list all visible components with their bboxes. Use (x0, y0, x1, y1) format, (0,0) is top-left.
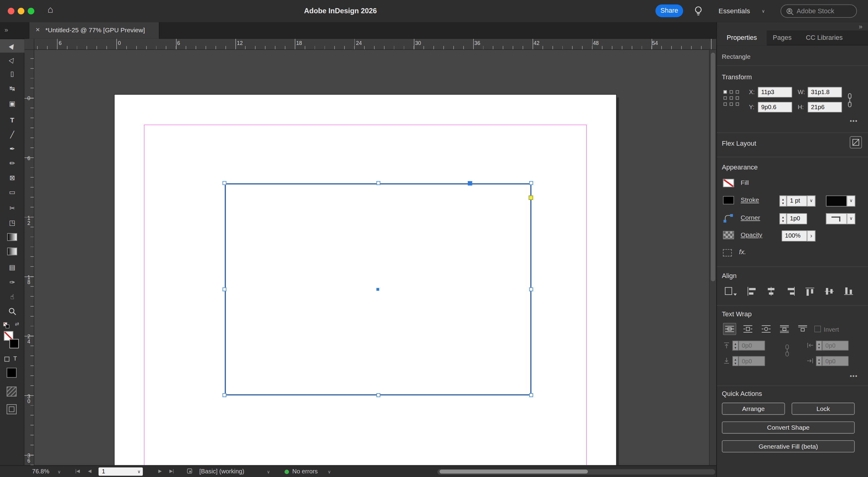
object-center-point[interactable] (376, 288, 379, 291)
selection-handle-middle-left[interactable] (222, 287, 226, 291)
free-transform-tool[interactable]: ◳ (0, 216, 24, 229)
preflight-icon[interactable] (187, 469, 192, 474)
corner-link[interactable]: Corner (741, 214, 761, 221)
vertical-ruler[interactable]: 0 6 1 2 1 8 2 4 3 0 3 6 (24, 50, 34, 465)
align-vertical-center-button[interactable] (824, 287, 835, 296)
apply-gradient-button[interactable] (7, 387, 17, 396)
corner-style-chevron-icon[interactable]: ∨ (847, 213, 855, 224)
direct-selection-tool[interactable]: ▷ (0, 53, 24, 66)
previous-page-button[interactable]: ◀ (88, 469, 91, 474)
swap-fill-stroke-icon[interactable]: ⇄ (15, 321, 19, 327)
stroke-style-chevron-icon[interactable]: ∨ (847, 196, 855, 207)
hand-tool[interactable]: ☝ (0, 290, 24, 303)
arrange-button[interactable]: Arrange (722, 403, 785, 415)
text-wrap-more-options[interactable]: ••• (849, 373, 858, 379)
formatting-affects-container-button[interactable] (4, 357, 10, 362)
gap-tool[interactable]: ↹ (0, 82, 24, 95)
zoom-level[interactable]: 76.8% (32, 468, 50, 475)
stroke-weight-field[interactable]: 1 pt (786, 196, 807, 207)
top-offset-stepper[interactable]: ▴▾ (733, 341, 738, 351)
page-number-chevron-icon[interactable]: ∨ (137, 469, 141, 474)
fill-label[interactable]: Fill (741, 179, 749, 186)
selection-handle-bottom-right[interactable] (529, 393, 533, 397)
document-tab[interactable]: ✕ *Untitled-25 @ 77% [GPU Preview] (29, 22, 159, 38)
stroke-color-swatch[interactable] (723, 196, 734, 204)
workspace-switcher[interactable]: Essentials (718, 7, 750, 15)
left-offset-field[interactable]: 0p0 (822, 341, 849, 351)
wrap-bounding-box-button[interactable] (741, 323, 754, 335)
wrap-none-button[interactable] (723, 323, 736, 335)
opacity-expander-icon[interactable]: › (807, 230, 815, 241)
preflight-chevron-icon[interactable]: ∨ (267, 470, 270, 475)
next-page-button[interactable]: ▶ (158, 469, 161, 474)
horizontal-ruler[interactable]: 6 0 6 12 18 24 30 36 42 48 54 (34, 39, 716, 50)
stroke-weight-stepper[interactable]: ▴▾ (779, 196, 786, 207)
selection-handle-bottom-left[interactable] (222, 393, 226, 397)
scissors-tool[interactable]: ✂ (0, 202, 24, 215)
wrap-jump-to-next-column-button[interactable] (796, 323, 809, 335)
preflight-profile[interactable]: [Basic] (working) (199, 468, 244, 475)
canvas-horizontal-scrollbar[interactable] (437, 469, 715, 474)
zoom-tool[interactable] (0, 304, 24, 318)
last-page-button[interactable]: ▶| (169, 469, 174, 474)
stroke-style-swatch[interactable] (826, 196, 847, 207)
fill-none-swatch[interactable] (723, 179, 734, 187)
stroke-link[interactable]: Stroke (741, 197, 759, 203)
page-number-field[interactable]: 1 ∨ (98, 467, 143, 476)
tab-close-icon[interactable]: ✕ (36, 27, 40, 33)
gradient-tool[interactable] (0, 230, 24, 244)
corner-radius-stepper[interactable]: ▴▾ (779, 213, 786, 224)
selection-tool[interactable]: ▶ (0, 39, 24, 53)
stroke-weight-chevron-icon[interactable]: ∨ (807, 196, 815, 207)
learn-bulb-icon[interactable] (692, 5, 704, 17)
corner-radius-field[interactable]: 1p0 (786, 213, 807, 224)
default-fill-stroke-icon[interactable] (3, 322, 7, 326)
selection-handle-bottom-center[interactable] (376, 393, 380, 397)
align-bottom-button[interactable] (843, 287, 854, 296)
selection-handle-middle-right[interactable] (529, 287, 533, 291)
formatting-affects-text-button[interactable]: T (13, 355, 17, 361)
panel-collapse-icon[interactable]: » (859, 23, 862, 30)
selected-anchor-point[interactable] (468, 181, 472, 186)
wrap-jump-object-button[interactable] (778, 323, 791, 335)
align-horizontal-center-button[interactable] (766, 287, 777, 296)
tab-properties[interactable]: Properties (717, 30, 767, 46)
left-offset-stepper[interactable]: ▴▾ (816, 341, 822, 351)
convert-shape-button[interactable]: Convert Shape (722, 421, 855, 434)
frame-tool[interactable]: ⊠ (0, 171, 24, 184)
corner-style-swatch[interactable] (826, 213, 847, 224)
screen-mode-button[interactable] (7, 404, 17, 414)
pencil-tool[interactable]: ✏ (0, 157, 24, 170)
bottom-offset-stepper[interactable]: ▴▾ (733, 356, 738, 366)
content-collector-tool[interactable]: ▣ (0, 97, 24, 110)
pen-tool[interactable]: ✒ (0, 142, 24, 156)
rectangle-tool[interactable]: ▭ (0, 185, 24, 199)
height-field[interactable]: 21p6 (808, 102, 842, 113)
align-left-button[interactable] (746, 287, 757, 296)
note-tool[interactable]: ▤ (0, 261, 24, 274)
horizontal-scrollbar-thumb[interactable] (439, 470, 588, 474)
right-offset-field[interactable]: 0p0 (822, 356, 849, 366)
right-offset-stepper[interactable]: ▴▾ (816, 356, 822, 366)
eyedropper-tool[interactable]: ✑ (0, 276, 24, 289)
generative-fill-button[interactable]: Generative Fill (beta) (722, 440, 855, 452)
opacity-link[interactable]: Opacity (741, 232, 763, 238)
width-field[interactable]: 31p1.8 (808, 87, 842, 97)
tab-pages[interactable]: Pages (767, 30, 798, 46)
invert-checkbox[interactable] (814, 326, 821, 332)
lock-button[interactable]: Lock (792, 403, 855, 415)
align-to-selector[interactable] (724, 287, 737, 296)
workspace-chevron-icon[interactable]: ∨ (762, 9, 765, 14)
ruler-corner[interactable] (24, 39, 34, 50)
type-tool[interactable]: T (0, 114, 24, 127)
line-tool[interactable]: ╱ (0, 128, 24, 141)
x-field[interactable]: 11p3 (758, 87, 792, 97)
wrap-object-shape-button[interactable] (760, 323, 773, 335)
bottom-offset-field[interactable]: 0p0 (738, 356, 765, 366)
flex-layout-button[interactable] (849, 136, 862, 148)
adobe-stock-search[interactable]: Adobe Stock (781, 4, 857, 18)
gradient-feather-tool[interactable] (0, 245, 24, 258)
canvas-vertical-scrollbar[interactable] (709, 50, 716, 465)
share-button[interactable]: Share (655, 4, 683, 17)
apply-color-button[interactable] (7, 368, 17, 378)
